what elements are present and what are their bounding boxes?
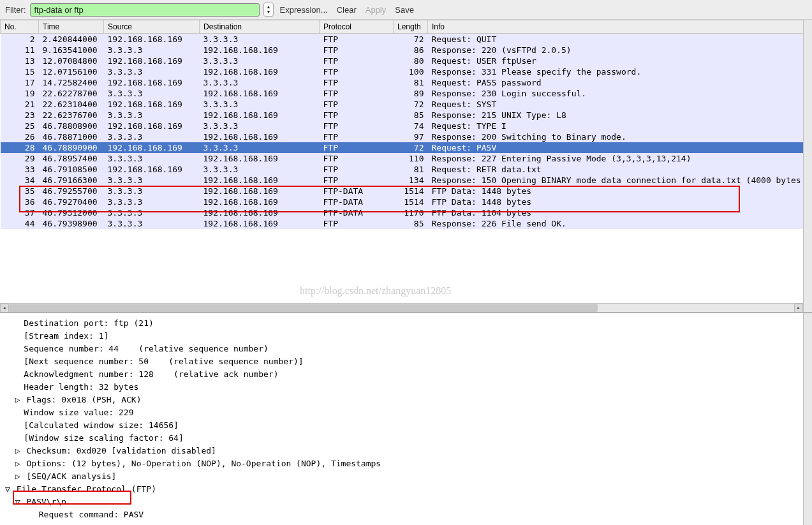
filter-label: Filter: bbox=[5, 5, 26, 15]
cell-len: 85 bbox=[394, 218, 428, 229]
cell-info: Response: 331 Please specify the passwor… bbox=[428, 66, 812, 77]
clear-button[interactable]: Clear bbox=[334, 5, 359, 15]
table-row[interactable]: 22.420844000192.168.168.1693.3.3.3FTP72R… bbox=[1, 34, 812, 45]
cell-src: 192.168.168.169 bbox=[104, 142, 200, 153]
expand-tri-icon[interactable]: ▷ bbox=[14, 394, 22, 406]
detail-text: Options: (12 bytes), No-Operation (NOP),… bbox=[26, 459, 381, 468]
detail-line[interactable]: [Stream index: 1] bbox=[4, 330, 808, 343]
cell-dst: 192.168.168.169 bbox=[200, 153, 320, 164]
detail-line[interactable]: [Calculated window size: 14656] bbox=[4, 419, 808, 432]
cell-src: 192.168.168.169 bbox=[104, 164, 200, 175]
detail-line[interactable]: ▷ [SEQ/ACK analysis] bbox=[4, 470, 808, 483]
cell-src: 3.3.3.3 bbox=[104, 175, 200, 186]
detail-line[interactable]: Request command: PASV bbox=[4, 508, 808, 521]
table-row[interactable]: 4446.793989003.3.3.3192.168.168.169FTP85… bbox=[1, 218, 812, 229]
detail-line[interactable]: ▷ Flags: 0x018 (PSH, ACK) bbox=[4, 394, 808, 406]
cell-time: 9.163541000 bbox=[39, 45, 104, 55]
cell-info: FTP Data: 1104 bytes bbox=[428, 207, 812, 218]
chevron-down-icon: ▾ bbox=[267, 10, 270, 15]
cell-info: Response: 230 Login successful. bbox=[428, 88, 812, 99]
table-row[interactable]: 2946.789574003.3.3.3192.168.168.169FTP11… bbox=[1, 153, 812, 164]
cell-src: 3.3.3.3 bbox=[104, 153, 200, 164]
detail-line[interactable]: ▽ File Transfer Protocol (FTP) bbox=[4, 483, 808, 496]
h-scrollbar[interactable]: ◂ ▸ bbox=[0, 303, 803, 312]
col-len[interactable]: Length bbox=[394, 20, 428, 34]
detail-line[interactable]: Header length: 32 bytes bbox=[4, 381, 808, 394]
expand-tri-icon[interactable]: ▷ bbox=[14, 470, 22, 483]
col-info[interactable]: Info bbox=[428, 20, 812, 34]
detail-line[interactable]: Window size value: 229 bbox=[4, 406, 808, 419]
detail-line[interactable]: Acknowledgment number: 128 (relative ack… bbox=[4, 368, 808, 381]
table-row[interactable]: 2546.78808900192.168.168.1693.3.3.3FTP74… bbox=[1, 121, 812, 131]
col-src[interactable]: Source bbox=[104, 20, 200, 34]
cell-dst: 192.168.168.169 bbox=[200, 186, 320, 196]
expand-tri-icon[interactable]: ▽ bbox=[4, 483, 11, 496]
table-row[interactable]: 2646.788710003.3.3.3192.168.168.169FTP97… bbox=[1, 131, 812, 142]
table-row[interactable]: 2322.623767003.3.3.3192.168.168.169FTP85… bbox=[1, 110, 812, 121]
table-row[interactable]: 1512.071561003.3.3.3192.168.168.169FTP10… bbox=[1, 66, 812, 77]
table-row[interactable]: 3646.792704003.3.3.3192.168.168.169FTP-D… bbox=[1, 196, 812, 207]
apply-button[interactable]: Apply bbox=[363, 5, 389, 15]
filter-input[interactable] bbox=[30, 3, 260, 17]
cell-no: 44 bbox=[1, 218, 39, 229]
cell-proto: FTP bbox=[320, 77, 394, 88]
table-row[interactable]: 119.1635410003.3.3.3192.168.168.169FTP86… bbox=[1, 45, 812, 55]
expand-tri-icon[interactable]: ▷ bbox=[14, 457, 22, 470]
table-row[interactable]: 1714.72582400192.168.168.1693.3.3.3FTP81… bbox=[1, 77, 812, 88]
cell-proto: FTP bbox=[320, 88, 394, 99]
cell-info: Request: SYST bbox=[428, 99, 812, 110]
filter-history-spinner[interactable]: ▴ ▾ bbox=[263, 3, 274, 17]
col-time[interactable]: Time bbox=[39, 20, 104, 34]
detail-text: Header length: 32 bytes bbox=[24, 382, 138, 392]
detail-text: Checksum: 0xd020 [validation disabled] bbox=[26, 446, 216, 455]
table-row[interactable]: 2122.62310400192.168.168.1693.3.3.3FTP72… bbox=[1, 99, 812, 110]
cell-info: Response: 200 Switching to Binary mode. bbox=[428, 131, 812, 142]
h-scrollbar-thumb[interactable] bbox=[9, 304, 598, 312]
cell-dst: 3.3.3.3 bbox=[200, 121, 320, 131]
detail-line[interactable]: [Window size scaling factor: 64] bbox=[4, 432, 808, 445]
save-button[interactable]: Save bbox=[392, 5, 417, 15]
table-row[interactable]: 3746.793120003.3.3.3192.168.168.169FTP-D… bbox=[1, 207, 812, 218]
cell-len: 85 bbox=[394, 110, 428, 121]
table-row[interactable]: 1312.07084800192.168.168.1693.3.3.3FTP80… bbox=[1, 55, 812, 66]
expression-button[interactable]: Expression... bbox=[277, 5, 330, 15]
cell-no: 21 bbox=[1, 99, 39, 110]
detail-line[interactable]: [Next sequence number: 50 (relative sequ… bbox=[4, 355, 808, 368]
expand-tri-icon[interactable]: ▷ bbox=[14, 445, 22, 457]
detail-v-scrollbar[interactable] bbox=[803, 313, 812, 525]
cell-time: 46.79312000 bbox=[39, 207, 104, 218]
table-row[interactable]: 3546.792557003.3.3.3192.168.168.169FTP-D… bbox=[1, 186, 812, 196]
detail-text: [Stream index: 1] bbox=[24, 331, 108, 341]
cell-info: Response: 227 Entering Passive Mode (3,3… bbox=[428, 153, 812, 164]
table-row[interactable]: 3346.79108500192.168.168.1693.3.3.3FTP81… bbox=[1, 164, 812, 175]
cell-proto: FTP bbox=[320, 164, 394, 175]
scroll-left-icon[interactable]: ◂ bbox=[0, 304, 9, 313]
cell-len: 80 bbox=[394, 55, 428, 66]
table-row[interactable]: 2846.78890900192.168.168.1693.3.3.3FTP72… bbox=[1, 142, 812, 153]
detail-text: Destination port: ftp (21) bbox=[24, 318, 154, 328]
cell-no: 33 bbox=[1, 164, 39, 175]
col-proto[interactable]: Protocol bbox=[320, 20, 394, 34]
detail-line[interactable]: Sequence number: 44 (relative sequence n… bbox=[4, 343, 808, 355]
cell-proto: FTP-DATA bbox=[320, 186, 394, 196]
detail-line[interactable]: ▽ PASV\r\n bbox=[4, 496, 808, 508]
cell-proto: FTP bbox=[320, 175, 394, 186]
cell-len: 81 bbox=[394, 77, 428, 88]
cell-info: Response: 150 Opening BINARY mode data c… bbox=[428, 175, 812, 186]
detail-line[interactable]: Destination port: ftp (21) bbox=[4, 317, 808, 330]
cell-len: 72 bbox=[394, 34, 428, 45]
cell-proto: FTP bbox=[320, 66, 394, 77]
cell-no: 29 bbox=[1, 153, 39, 164]
col-no[interactable]: No. bbox=[1, 20, 39, 34]
table-row[interactable]: 3446.791663003.3.3.3192.168.168.169FTP13… bbox=[1, 175, 812, 186]
table-row[interactable]: 1922.622787003.3.3.3192.168.168.169FTP89… bbox=[1, 88, 812, 99]
detail-line[interactable]: ▷ Options: (12 bytes), No-Operation (NOP… bbox=[4, 457, 808, 470]
detail-line[interactable]: ▷ Checksum: 0xd020 [validation disabled] bbox=[4, 445, 808, 457]
expand-tri-icon[interactable]: ▽ bbox=[14, 496, 22, 508]
cell-no: 28 bbox=[1, 142, 39, 153]
cell-len: 89 bbox=[394, 88, 428, 99]
packet-detail-pane: Destination port: ftp (21) [Stream index… bbox=[0, 313, 812, 525]
v-scrollbar[interactable] bbox=[803, 20, 812, 312]
scroll-right-icon[interactable]: ▸ bbox=[794, 304, 803, 313]
col-dst[interactable]: Destination bbox=[200, 20, 320, 34]
